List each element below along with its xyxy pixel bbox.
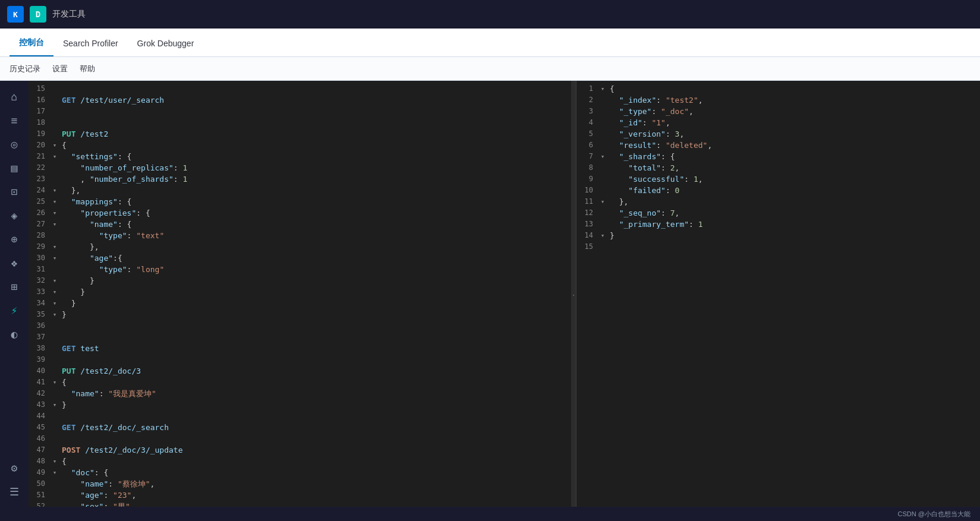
line-number: 43 <box>29 399 50 411</box>
table-row: 47POST /test2/_doc/3/_update <box>29 444 571 456</box>
line-number: 35 <box>29 309 50 320</box>
http-path: /test2/_doc/3 <box>75 367 141 375</box>
left-code-area: 1516GET /test/user/_search171819PUT /tes… <box>29 83 571 507</box>
line-number: 8 <box>576 162 598 173</box>
line-number: 51 <box>29 490 50 501</box>
sidebar-home-icon[interactable]: ⌂ <box>4 86 25 107</box>
line-number: 19 <box>29 128 50 140</box>
line-content: "failed": 0 <box>607 185 679 196</box>
line-number: 18 <box>29 117 50 128</box>
table-row: 38GET test <box>29 343 571 354</box>
http-path: /test2/_doc/3/_update <box>80 446 182 454</box>
sidebar-observability-icon[interactable]: ⊞ <box>4 276 25 297</box>
table-row: 43▾} <box>29 399 571 411</box>
line-number: 2 <box>576 94 598 106</box>
line-gutter: ▾ <box>598 151 607 162</box>
nav-history[interactable]: 历史记录 <box>10 64 40 74</box>
sidebar-discover-icon[interactable]: ◎ <box>4 133 25 154</box>
line-number: 47 <box>29 444 50 456</box>
line-number: 42 <box>29 388 50 399</box>
line-number: 12 <box>576 207 598 219</box>
line-gutter: ▾ <box>50 252 59 264</box>
line-number: 52 <box>29 501 50 507</box>
line-content: "sex": "男" <box>59 501 130 507</box>
right-code-area: 1▾{2 "_index": "test2",3 "_type": "_doc"… <box>576 83 980 252</box>
table-row: 41▾{ <box>29 377 571 388</box>
top-bar: K D 开发工具 <box>0 0 980 29</box>
line-content: } <box>59 298 75 309</box>
line-number: 21 <box>29 151 50 162</box>
table-row: 21▾ "settings": { <box>29 151 571 162</box>
nav-settings[interactable]: 设置 <box>52 64 68 74</box>
line-number: 10 <box>576 185 598 196</box>
editor-container: 1516GET /test/user/_search171819PUT /tes… <box>29 81 980 507</box>
table-row: 7▾ "_shards": { <box>576 151 980 162</box>
sidebar-visualize-icon[interactable]: ▤ <box>4 157 25 178</box>
nav-help[interactable]: 帮助 <box>80 64 95 74</box>
table-row: 14▾} <box>576 230 980 241</box>
line-number: 5 <box>576 128 598 140</box>
line-gutter: ▾ <box>598 230 607 241</box>
line-content: GET test <box>59 343 99 354</box>
kibana-logo: K <box>7 6 24 23</box>
http-path: /test2/_doc/_search <box>75 423 169 432</box>
sidebar-canvas-icon[interactable]: ◈ <box>4 204 25 226</box>
line-number: 45 <box>29 422 50 433</box>
table-row: 40PUT /test2/_doc/3 <box>29 365 571 377</box>
sidebar-maps-icon[interactable]: ⊕ <box>4 228 25 250</box>
main-layout: ⌂ ≡ ◎ ▤ ⊡ ◈ ⊕ ❖ ⊞ ⚡ ◐ ⚙ ☰ 1516GET /test/… <box>0 81 980 507</box>
line-number: 32 <box>29 275 50 286</box>
right-editor[interactable]: 1▾{2 "_index": "test2",3 "_type": "_doc"… <box>576 81 980 507</box>
sidebar-monitoring-icon[interactable]: ◐ <box>4 323 25 345</box>
line-content: GET /test2/_doc/_search <box>59 422 169 433</box>
sidebar-menu-icon[interactable]: ≡ <box>4 109 25 131</box>
resize-handle[interactable]: ⋮ <box>571 81 576 507</box>
sidebar-devtools-icon[interactable]: ⚡ <box>4 299 25 321</box>
sidebar-settings-icon[interactable]: ⚙ <box>4 457 25 478</box>
sidebar-hamburger-icon[interactable]: ☰ <box>4 481 25 502</box>
line-number: 4 <box>576 117 598 128</box>
sidebar-dashboard-icon[interactable]: ⊡ <box>4 181 25 202</box>
app-icon: D <box>30 6 46 23</box>
line-number: 17 <box>29 106 50 117</box>
table-row: 19PUT /test2 <box>29 128 571 140</box>
http-method: PUT <box>62 367 75 375</box>
line-content: "type": "long" <box>59 264 164 275</box>
tab-search-profiler[interactable]: Search Profiler <box>53 31 128 56</box>
table-row: 24▾ }, <box>29 185 571 196</box>
table-row: 32▾ } <box>29 275 571 286</box>
line-content: "doc": { <box>59 467 108 478</box>
line-number: 15 <box>29 83 50 94</box>
left-editor[interactable]: 1516GET /test/user/_search171819PUT /tes… <box>29 81 571 507</box>
line-content: "_type": "_doc", <box>607 106 694 117</box>
line-number: 30 <box>29 252 50 264</box>
tab-grok-debugger[interactable]: Grok Debugger <box>128 31 204 56</box>
line-number: 15 <box>576 241 598 252</box>
line-content: { <box>59 377 67 388</box>
line-content: { <box>59 456 67 467</box>
table-row: 27▾ "name": { <box>29 219 571 230</box>
table-row: 31 "type": "long" <box>29 264 571 275</box>
app-title: 开发工具 <box>52 9 86 20</box>
table-row: 15 <box>576 241 980 252</box>
line-number: 39 <box>29 354 50 365</box>
line-gutter: ▾ <box>50 467 59 478</box>
line-gutter: ▾ <box>50 140 59 151</box>
table-row: 30▾ "age":{ <box>29 252 571 264</box>
line-number: 3 <box>576 106 598 117</box>
table-row: 29▾ }, <box>29 241 571 252</box>
line-content: }, <box>59 185 80 196</box>
line-content: "properties": { <box>59 207 150 219</box>
line-number: 6 <box>576 140 598 151</box>
line-number: 11 <box>576 196 598 207</box>
tab-console[interactable]: 控制台 <box>10 30 53 56</box>
http-method: PUT <box>62 130 75 138</box>
line-content: { <box>607 83 615 94</box>
bottom-bar-right-text: CSDN @小白也想当大能 <box>898 510 970 519</box>
table-row: 13 "_primary_term": 1 <box>576 219 980 230</box>
sidebar-ml-icon[interactable]: ❖ <box>4 252 25 273</box>
table-row: 35▾} <box>29 309 571 320</box>
line-number: 33 <box>29 286 50 298</box>
table-row: 8 "total": 2, <box>576 162 980 173</box>
line-content: }, <box>607 196 628 207</box>
